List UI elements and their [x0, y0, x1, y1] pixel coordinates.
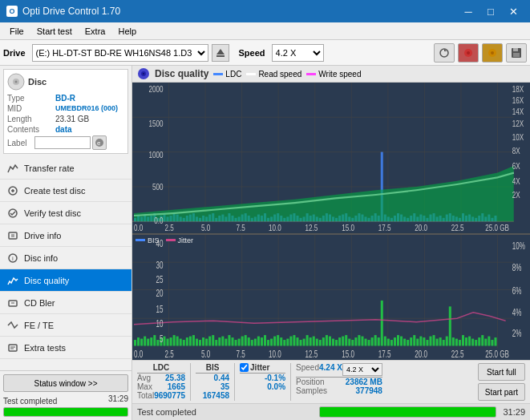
refresh-icon	[439, 47, 450, 59]
maximize-button[interactable]: □	[480, 3, 501, 19]
start-full-button[interactable]: Start full	[478, 363, 525, 381]
svg-text:22.5: 22.5	[451, 222, 464, 232]
drive-label: Drive	[3, 48, 26, 58]
menu-file[interactable]: File	[3, 25, 30, 38]
nav-fe-te[interactable]: FE / TE	[0, 314, 131, 337]
svg-rect-235	[251, 340, 253, 345]
svg-rect-247	[289, 336, 292, 345]
svg-rect-278	[390, 340, 393, 345]
menu-help[interactable]: Help	[111, 25, 143, 38]
svg-text:15: 15	[156, 304, 163, 314]
chart-area: 18X 16X 14X 12X 10X 8X 6X 4X 2X 2000 150…	[132, 83, 530, 360]
nav-disc-info[interactable]: i Disc info	[0, 247, 131, 269]
svg-rect-258	[326, 335, 328, 345]
status-text: Test completed	[3, 397, 57, 406]
titlebar: O Opti Drive Control 1.70 ─ □ ✕	[0, 0, 530, 22]
svg-rect-273	[374, 335, 377, 345]
toolbar-btn-save[interactable]	[506, 43, 527, 63]
eject-button[interactable]	[212, 44, 229, 62]
ldc-legend-label: LDC	[225, 70, 241, 79]
svg-rect-290	[429, 336, 431, 345]
nav-verify-test-disc[interactable]: Verify test disc	[0, 202, 131, 224]
position-value: 23862 MB	[346, 378, 382, 386]
disc-quality-icon	[6, 274, 19, 287]
disc-label-btn[interactable]: e	[92, 135, 107, 150]
jitter-stats-col: Jitter -0.1% 0.0%	[235, 363, 291, 401]
status-bar: Status window >> Test completed 31:29	[0, 370, 131, 420]
svg-rect-201	[140, 338, 143, 345]
svg-rect-267	[354, 337, 357, 345]
toolbar-btn-1[interactable]	[434, 43, 455, 63]
left-panel: Disc Type BD-R MID UMEBDR016 (000) Lengt…	[0, 66, 132, 420]
svg-rect-217	[192, 335, 195, 345]
svg-text:20: 20	[156, 289, 163, 299]
svg-text:0.0: 0.0	[134, 222, 144, 232]
nav-drive-info[interactable]: Drive info	[0, 224, 131, 247]
svg-rect-19	[9, 232, 17, 239]
nav-extra-tests[interactable]: Extra tests	[0, 337, 131, 359]
svg-text:15.0: 15.0	[342, 222, 354, 232]
svg-rect-209	[167, 338, 169, 345]
jitter-checkbox[interactable]	[240, 363, 249, 372]
toolbar-btn-3[interactable]	[482, 43, 503, 63]
bis-avg-value: 0.44	[214, 374, 229, 382]
menu-extra[interactable]: Extra	[79, 25, 112, 38]
disc-type-label: Type	[7, 94, 55, 103]
disc-length-label: Length	[7, 115, 55, 123]
svg-text:16X: 16X	[512, 95, 524, 106]
bis-total-value: 167458	[203, 391, 229, 400]
disc-type-value: BD-R	[55, 94, 75, 103]
disc-contents-label: Contents	[7, 125, 55, 134]
lower-chart-svg: 10% 8% 6% 4% 2% 40 30 25 20 15 10 5 0.0 …	[132, 235, 530, 360]
nav-create-test-disc[interactable]: Create test disc	[0, 180, 131, 202]
disc-label-input[interactable]	[34, 136, 91, 149]
nav-transfer-rate[interactable]: Transfer rate	[0, 157, 131, 180]
svg-rect-218	[196, 338, 198, 345]
svg-rect-306	[481, 335, 483, 345]
bis-max-value: 35	[220, 382, 229, 391]
svg-text:25.0 GB: 25.0 GB	[485, 222, 509, 232]
svg-point-6	[491, 51, 494, 55]
svg-rect-298	[455, 338, 458, 345]
nav-cd-bler-label: CD Bler	[24, 298, 55, 308]
nav-disc-quality[interactable]: Disc quality	[0, 269, 131, 292]
stats-bar: LDC Avg 25.38 Max 1665 Total 9690775 BIS	[132, 360, 530, 403]
nav-verify-test-disc-label: Verify test disc	[24, 208, 81, 218]
speed-label: Speed	[239, 48, 265, 58]
speed-select-stats[interactable]: 4.2 X	[342, 363, 382, 376]
svg-rect-287	[419, 336, 422, 345]
create-disc-icon	[6, 184, 19, 197]
bis-stats-header: BIS	[196, 363, 229, 374]
svg-rect-264	[345, 335, 347, 345]
close-button[interactable]: ✕	[503, 3, 524, 19]
disc-contents-value: data	[55, 125, 72, 134]
drive-select[interactable]: (E:) HL-DT-ST BD-RE WH16NS48 1.D3	[32, 44, 208, 62]
svg-rect-250	[300, 340, 302, 345]
svg-text:17.5: 17.5	[378, 222, 391, 232]
svg-rect-279	[394, 337, 396, 345]
svg-rect-206	[156, 340, 159, 345]
minimize-button[interactable]: ─	[458, 3, 479, 19]
svg-rect-241	[270, 338, 273, 345]
speed-select[interactable]: 4.2 X	[272, 44, 324, 62]
edit-icon: e	[95, 138, 104, 147]
upper-chart-svg: 18X 16X 14X 12X 10X 8X 6X 4X 2X 2000 150…	[132, 83, 530, 233]
speed-pos-col: Speed 4.24 X 4.2 X Position 23862 MB Sam…	[291, 363, 387, 401]
bis-stats-col: BIS 0.44 35 167458	[191, 363, 235, 401]
menu-start-test[interactable]: Start test	[30, 25, 79, 38]
nav-cd-bler[interactable]: CD Bler	[0, 292, 131, 314]
read-speed-legend-label: Read speed	[258, 70, 301, 79]
svg-rect-230	[235, 340, 237, 345]
svg-rect-277	[387, 338, 390, 345]
status-window-button[interactable]: Status window >>	[3, 374, 128, 392]
ldc-avg-value: 25.38	[165, 374, 185, 382]
svg-text:i: i	[12, 255, 14, 262]
svg-text:8%: 8%	[512, 262, 522, 273]
start-part-button[interactable]: Start part	[478, 383, 525, 401]
titlebar-title: Opti Drive Control 1.70	[22, 6, 120, 17]
legend-read-speed: Read speed	[246, 70, 301, 79]
toolbar-btn-2[interactable]	[458, 43, 479, 63]
svg-rect-281	[400, 336, 403, 345]
svg-text:10: 10	[156, 318, 163, 329]
svg-text:25: 25	[156, 274, 163, 285]
